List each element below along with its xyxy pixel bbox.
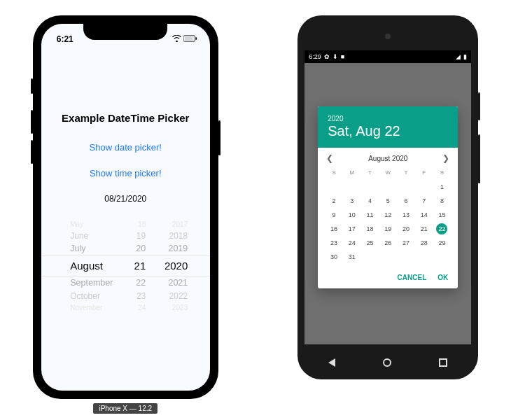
calendar-day-cell bbox=[415, 180, 433, 194]
volume-down-button[interactable] bbox=[31, 140, 33, 164]
wheel-day[interactable]: 18 bbox=[133, 219, 146, 230]
calendar-week-row: 23242526272829 bbox=[325, 236, 451, 250]
calendar-day-cell[interactable]: 11 bbox=[361, 208, 379, 222]
show-time-picker-button[interactable]: Show time picker! bbox=[41, 168, 210, 178]
weekday-label: F bbox=[415, 166, 433, 180]
wheel-year[interactable]: 2023 bbox=[162, 302, 188, 313]
calendar-day-cell[interactable]: 2 bbox=[325, 194, 343, 208]
calendar-day-cell[interactable]: 31 bbox=[343, 250, 361, 264]
next-month-button[interactable]: ❯ bbox=[442, 153, 449, 163]
calendar-day-cell[interactable]: 3 bbox=[343, 194, 361, 208]
dialog-actions: CANCEL OK bbox=[318, 268, 458, 288]
recents-button[interactable] bbox=[439, 358, 447, 367]
calendar-day-cell[interactable]: 14 bbox=[415, 208, 433, 222]
android-screen: 6:29 ✿ ⬇ ■ ◢ ▮ 2020 Sat, Aug 22 ❮ August… bbox=[304, 50, 471, 344]
silent-switch[interactable] bbox=[31, 78, 33, 94]
calendar-day-cell[interactable]: 29 bbox=[433, 236, 451, 250]
wheel-day-selected[interactable]: 21 bbox=[133, 258, 146, 274]
cancel-button[interactable]: CANCEL bbox=[398, 274, 427, 281]
calendar-day-cell[interactable]: 4 bbox=[361, 194, 379, 208]
calendar-day-cell[interactable]: 26 bbox=[379, 236, 397, 250]
wheel-year[interactable]: 2021 bbox=[162, 276, 188, 290]
calendar-day-cell bbox=[361, 180, 379, 194]
volume-up-button[interactable] bbox=[31, 110, 33, 134]
wheel-month[interactable]: October bbox=[63, 290, 116, 302]
wheel-year[interactable]: 2019 bbox=[162, 242, 188, 255]
svg-rect-1 bbox=[195, 37, 197, 39]
home-button[interactable] bbox=[383, 358, 391, 367]
calendar-day-cell[interactable]: 17 bbox=[343, 222, 361, 236]
dialog-year[interactable]: 2020 bbox=[328, 115, 448, 122]
wheel-month[interactable]: May bbox=[63, 219, 116, 230]
calendar-day-cell bbox=[397, 250, 415, 264]
calendar-day-cell[interactable]: 27 bbox=[397, 236, 415, 250]
calendar-day-cell bbox=[325, 180, 343, 194]
android-nav-bar bbox=[304, 347, 471, 378]
calendar-day-cell[interactable]: 5 bbox=[379, 194, 397, 208]
wheel-day[interactable]: 19 bbox=[133, 230, 146, 242]
calendar-day-cell[interactable]: 16 bbox=[325, 222, 343, 236]
back-button[interactable] bbox=[328, 358, 335, 367]
calendar-day-cell[interactable]: 25 bbox=[361, 236, 379, 250]
calendar-day-cell[interactable]: 7 bbox=[415, 194, 433, 208]
signal-icon: ◢ bbox=[456, 53, 461, 60]
weekday-label: T bbox=[361, 166, 379, 180]
wheel-month[interactable]: July bbox=[63, 242, 116, 255]
android-volume-button[interactable] bbox=[478, 134, 480, 183]
calendar-day-cell[interactable]: 20 bbox=[397, 222, 415, 236]
calendar-day-cell[interactable]: 12 bbox=[379, 208, 397, 222]
calendar-day-cell[interactable]: 10 bbox=[343, 208, 361, 222]
calendar-day-cell[interactable]: 19 bbox=[379, 222, 397, 236]
ios-date-wheel[interactable]: May182017 June192018 July202019 August21… bbox=[41, 219, 210, 313]
show-date-picker-button[interactable]: Show date picker! bbox=[41, 142, 210, 153]
calendar-day-cell[interactable]: 15 bbox=[433, 208, 451, 222]
wheel-month[interactable]: September bbox=[63, 276, 116, 290]
svg-rect-2 bbox=[184, 37, 192, 41]
calendar-week-row: 3031 bbox=[325, 250, 451, 264]
calendar-day-cell bbox=[379, 180, 397, 194]
device-caption: iPhone X — 12.2 bbox=[93, 403, 158, 414]
calendar-day-cell[interactable]: 8 bbox=[433, 194, 451, 208]
calendar-day-cell[interactable]: 23 bbox=[325, 236, 343, 250]
calendar-day-cell[interactable]: 30 bbox=[325, 250, 343, 264]
wheel-year[interactable]: 2022 bbox=[162, 290, 188, 302]
calendar-day-cell[interactable]: 9 bbox=[325, 208, 343, 222]
selected-date-label: 08/21/2020 bbox=[41, 194, 210, 204]
calendar-week-row: 2345678 bbox=[325, 194, 451, 208]
calendar-day-cell[interactable]: 13 bbox=[397, 208, 415, 222]
calendar-day-cell[interactable]: 1 bbox=[433, 180, 451, 194]
calendar-day-cell[interactable]: 22 bbox=[433, 222, 451, 236]
wheel-day[interactable]: 24 bbox=[133, 302, 146, 313]
wheel-day[interactable]: 23 bbox=[133, 290, 146, 302]
calendar-day-cell[interactable]: 28 bbox=[415, 236, 433, 250]
wheel-day[interactable]: 22 bbox=[133, 276, 146, 290]
calendar-day-cell[interactable]: 18 bbox=[361, 222, 379, 236]
wheel-year[interactable]: 2018 bbox=[162, 230, 188, 242]
weekday-label: S bbox=[433, 166, 451, 180]
calendar-month-label[interactable]: August 2020 bbox=[368, 155, 407, 162]
power-button[interactable] bbox=[218, 120, 220, 155]
calendar-day-cell[interactable]: 24 bbox=[343, 236, 361, 250]
calendar-week-row: 1 bbox=[325, 180, 451, 194]
wheel-day[interactable]: 20 bbox=[133, 242, 146, 255]
wheel-year-selected[interactable]: 2020 bbox=[162, 258, 188, 274]
prev-month-button[interactable]: ❮ bbox=[326, 153, 333, 163]
calendar-day-cell bbox=[361, 250, 379, 264]
ios-clock: 6:21 bbox=[57, 34, 74, 44]
battery-icon: ▮ bbox=[463, 53, 467, 60]
dialog-selected-date[interactable]: Sat, Aug 22 bbox=[328, 123, 448, 139]
ok-button[interactable]: OK bbox=[438, 274, 448, 281]
wheel-month-selected[interactable]: August bbox=[63, 258, 116, 274]
square-icon: ■ bbox=[341, 53, 344, 60]
dialog-header: 2020 Sat, Aug 22 bbox=[318, 106, 458, 148]
calendar-day-cell[interactable]: 6 bbox=[397, 194, 415, 208]
android-power-button[interactable] bbox=[478, 92, 480, 120]
wheel-month[interactable]: June bbox=[63, 230, 116, 242]
calendar-day-cell[interactable]: 21 bbox=[415, 222, 433, 236]
wheel-month[interactable]: November bbox=[63, 302, 116, 313]
android-device: 6:29 ✿ ⬇ ■ ◢ ▮ 2020 Sat, Aug 22 ❮ August… bbox=[298, 15, 478, 379]
calendar-grid: S M T W T F S 12345678910111213141516171… bbox=[318, 166, 458, 268]
page-title: Example DateTime Picker bbox=[41, 112, 210, 124]
wheel-year[interactable]: 2017 bbox=[162, 219, 188, 230]
calendar-nav: ❮ August 2020 ❯ bbox=[318, 148, 458, 166]
